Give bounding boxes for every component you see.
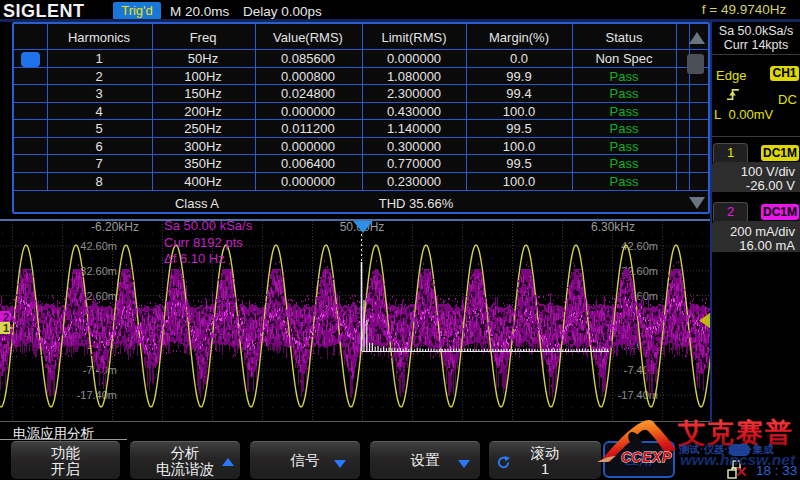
svg-text:CCEXP: CCEXP: [621, 449, 672, 465]
svg-text:www.hncsw.net: www.hncsw.net: [680, 451, 796, 468]
svg-text:1: 1: [3, 322, 9, 334]
svg-text:Sa 50.00 kSa/s: Sa 50.00 kSa/s: [164, 218, 253, 233]
svg-text:32.60m: 32.60m: [80, 265, 117, 277]
svg-text:6.30kHz: 6.30kHz: [591, 220, 635, 234]
svg-text:Δf 6.10 Hz: Δf 6.10 Hz: [164, 251, 225, 266]
svg-text:42.60m: 42.60m: [80, 240, 117, 252]
svg-text:Curr 8192 pts: Curr 8192 pts: [164, 235, 243, 250]
svg-text:-6.20kHz: -6.20kHz: [91, 220, 139, 234]
